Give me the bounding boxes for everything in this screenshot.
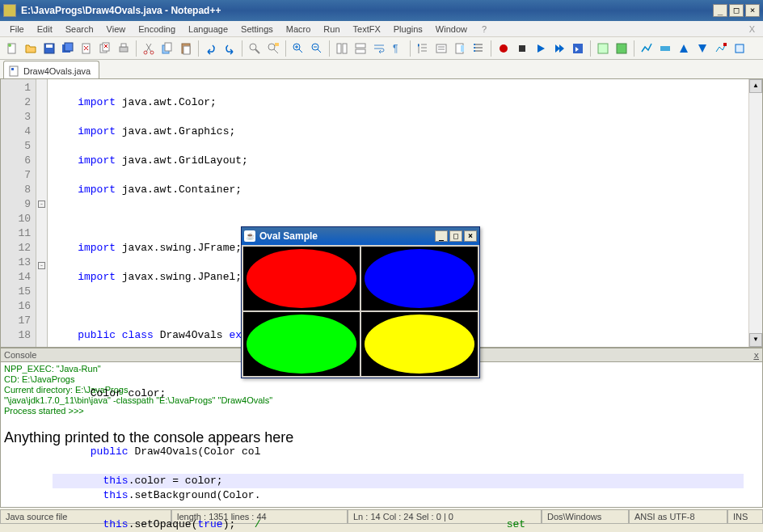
fold-box-icon[interactable]: - [38,262,45,269]
svg-rect-25 [356,49,365,53]
tb-extra-2-icon[interactable] [613,40,630,57]
svg-point-30 [474,44,475,45]
show-all-chars-icon[interactable]: ¶ [389,40,407,57]
wrap-icon[interactable] [370,40,388,57]
minimize-button[interactable]: _ [713,4,727,17]
svg-rect-29 [461,45,464,52]
tb-extra-3-icon[interactable] [638,40,656,57]
console-close-icon[interactable]: x [753,350,759,361]
menu-file[interactable]: File [3,23,31,36]
print-icon[interactable] [115,40,133,57]
scroll-up-icon[interactable]: ▲ [749,79,762,93]
menu-encoding[interactable]: Encoding [132,23,182,36]
save-all-icon[interactable] [59,40,77,57]
java-cup-icon [244,230,255,242]
tb-extra-1-icon[interactable] [594,40,612,57]
open-file-icon[interactable] [22,40,40,57]
blue-oval [365,249,474,308]
svg-rect-37 [617,44,626,53]
svg-rect-39 [723,43,727,46]
menu-edit[interactable]: Edit [31,23,59,36]
copy-icon[interactable] [158,40,176,57]
svg-rect-10 [121,44,126,47]
paste-icon[interactable] [177,40,195,57]
replace-icon[interactable] [264,40,282,57]
svg-rect-38 [660,46,670,51]
sync-v-icon[interactable] [333,40,351,57]
save-icon[interactable] [40,40,58,57]
new-file-icon[interactable] [3,40,21,57]
svg-point-32 [474,50,475,52]
menu-window[interactable]: Window [429,23,474,36]
menu-run[interactable]: Run [317,23,346,36]
svg-point-12 [150,51,154,54]
oval-maximize-button[interactable]: □ [449,230,462,242]
svg-rect-16 [183,46,190,54]
console-title: Console [4,350,36,360]
oval-minimize-button[interactable]: _ [435,230,448,242]
tb-extra-6-icon[interactable] [693,40,711,57]
menu-help[interactable]: ? [475,23,493,36]
svg-rect-5 [65,43,73,51]
sync-h-icon[interactable] [352,40,369,57]
tb-extra-8-icon[interactable] [731,40,748,57]
svg-rect-42 [11,68,14,70]
oval-panel-blue [361,247,478,310]
oval-panel-yellow [361,312,478,376]
svg-point-31 [474,47,475,49]
menu-view[interactable]: View [100,23,133,36]
menu-plugins[interactable]: Plugins [387,23,429,36]
doc-map-icon[interactable] [451,40,469,57]
play-multi-icon[interactable] [550,40,568,57]
vertical-scrollbar[interactable]: ▲ ▼ [748,79,762,347]
svg-rect-34 [519,45,525,52]
svg-point-33 [500,44,508,53]
close-button[interactable]: × [745,4,760,17]
indent-guide-icon[interactable] [414,40,432,57]
oval-panel-green [243,312,360,376]
svg-point-17 [250,44,256,50]
cut-icon[interactable] [140,40,158,57]
menu-language[interactable]: Language [182,23,234,36]
zoom-out-icon[interactable] [308,40,326,57]
line-number-gutter: 123456789101112131415161718 [1,79,36,347]
svg-rect-14 [165,43,171,51]
tb-extra-7-icon[interactable] [712,40,730,57]
scroll-down-icon[interactable]: ▼ [749,333,762,347]
save-macro-icon[interactable] [569,40,587,57]
userlang-icon[interactable] [432,40,450,57]
tb-extra-5-icon[interactable] [675,40,693,57]
java-file-icon [9,65,20,77]
app-icon [3,4,16,17]
undo-icon[interactable] [202,40,220,57]
oval-close-button[interactable]: × [464,230,477,242]
yellow-oval [365,315,474,374]
menu-close-x[interactable]: X [744,24,760,34]
menu-settings[interactable]: Settings [234,23,280,36]
play-macro-icon[interactable] [532,40,550,57]
redo-icon[interactable] [221,40,238,57]
fold-box-icon[interactable]: - [38,201,45,208]
oval-panel-red [243,247,360,310]
svg-text:¶: ¶ [393,43,398,54]
green-oval [247,315,356,374]
close-file-icon[interactable] [78,40,95,57]
menu-macro[interactable]: Macro [280,23,318,36]
svg-rect-3 [46,44,53,48]
menu-search[interactable]: Search [59,23,100,36]
zoom-in-icon[interactable] [289,40,307,57]
svg-rect-27 [436,44,446,53]
record-macro-icon[interactable] [495,40,512,57]
svg-point-18 [268,44,275,50]
stop-macro-icon[interactable] [513,40,531,57]
file-tab[interactable]: Draw4Ovals.java [3,61,99,78]
oval-titlebar[interactable]: Oval Sample _ □ × [242,227,479,245]
tb-extra-4-icon[interactable] [656,40,674,57]
menu-textfx[interactable]: TextFX [347,23,387,36]
red-oval [247,249,356,308]
maximize-button[interactable]: □ [729,4,744,17]
svg-point-1 [8,44,11,47]
func-list-icon[interactable] [470,40,487,57]
close-all-icon[interactable] [96,40,114,57]
find-icon[interactable] [246,40,263,57]
